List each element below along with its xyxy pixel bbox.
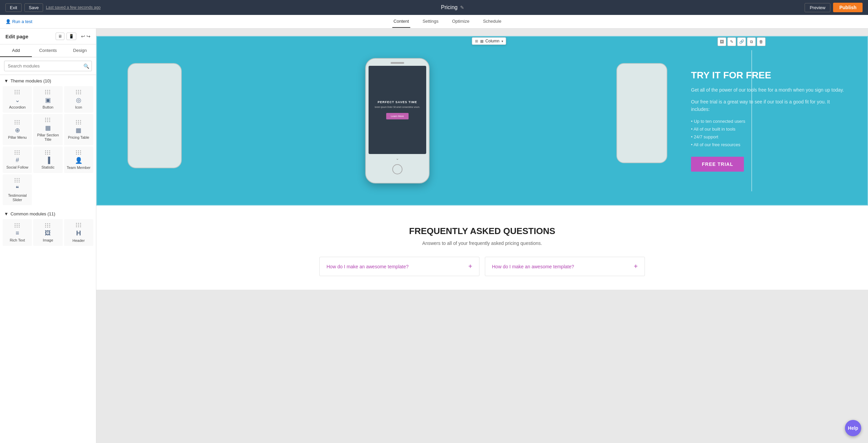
phone-screen-title: PERFECT SAVES TIME	[375, 100, 420, 104]
hero-title: TRY IT FOR FREE	[691, 70, 847, 81]
page-title: Pricing	[441, 4, 458, 11]
drag-handle	[45, 90, 51, 94]
saved-status: Last saved a few seconds ago	[46, 5, 100, 10]
phone-screen-button[interactable]: Learn More	[386, 113, 409, 119]
run-test-label: Run a test	[12, 19, 32, 24]
header-label: Header	[73, 238, 85, 243]
pillar-menu-label: Pillar Menu	[8, 135, 27, 140]
hero-feature-item: 24/7 support	[691, 133, 847, 141]
hero-desc2: Our free trial is a great way to see if …	[691, 98, 847, 113]
subnav-tabs: Content Settings Optimize Schedule	[32, 15, 863, 28]
module-accordion[interactable]: ⌄ Accordion	[3, 86, 32, 113]
button-icon: ▣	[45, 96, 51, 104]
faq-subtitle: Answers to all of your frequently asked …	[110, 240, 854, 246]
social-follow-icon: #	[16, 157, 19, 164]
person-icon: 👤	[5, 19, 11, 24]
mobile-view-button[interactable]: 📱	[66, 33, 76, 40]
subnav-left: 👤 Run a test	[5, 19, 32, 24]
accordion-label: Accordion	[9, 105, 26, 110]
drag-handle	[45, 223, 51, 228]
drag-handle	[76, 90, 81, 94]
drag-handle	[76, 223, 81, 227]
tab-settings[interactable]: Settings	[421, 15, 440, 28]
drag-handle	[15, 223, 20, 228]
tab-schedule[interactable]: Schedule	[481, 15, 502, 28]
tab-optimize[interactable]: Optimize	[451, 15, 471, 28]
element-toolbar: 🖼 ✎ 🔗 ⧉ 🗑	[717, 37, 766, 46]
module-icon[interactable]: ◎ Icon	[64, 86, 93, 113]
undo-button[interactable]: ↩	[81, 34, 85, 39]
module-pillar-section-title[interactable]: ▦ Pillar Section Title	[33, 114, 62, 145]
edit-page-title: Edit page	[5, 34, 28, 39]
rich-text-label: Rich Text	[10, 238, 25, 243]
theme-modules-header[interactable]: ▼ Theme modules (10)	[0, 75, 96, 86]
faq-item-1[interactable]: How do I make an awesome template? +	[319, 257, 479, 276]
common-modules-header[interactable]: ▼ Common modules (11)	[0, 208, 96, 219]
team-member-icon: 👤	[75, 157, 82, 164]
desktop-view-button[interactable]: 🖥	[56, 33, 64, 40]
drag-handle	[76, 120, 81, 124]
column-icon-small: ▦	[480, 39, 484, 43]
redo-button[interactable]: ↪	[86, 34, 91, 39]
drag-handle	[76, 150, 81, 155]
tab-content[interactable]: Content	[392, 15, 411, 28]
module-statistic[interactable]: ▐ Statistic	[33, 147, 62, 173]
statistic-icon: ▐	[46, 157, 50, 164]
icon-icon: ◎	[76, 96, 81, 104]
help-button[interactable]: Help	[845, 420, 861, 436]
theme-modules-label: Theme modules (10)	[11, 78, 51, 83]
phone-speaker	[391, 62, 404, 64]
element-delete-button[interactable]: 🗑	[757, 37, 766, 46]
topbar-left: Exit Save Last saved a few seconds ago	[5, 3, 101, 12]
team-member-label: Team Member	[67, 166, 91, 170]
element-image-button[interactable]: 🖼	[717, 37, 726, 46]
publish-button[interactable]: Publish	[833, 3, 863, 12]
edit-title-icon[interactable]: ✎	[460, 5, 464, 10]
exit-button[interactable]: Exit	[5, 3, 22, 12]
canvas-area[interactable]: ⊞ ▦ Column ▾ 🖼 ✎ 🔗 ⧉ 🗑	[96, 28, 868, 443]
faq-item-2[interactable]: How do I make an awesome template? +	[485, 257, 645, 276]
pricing-table-icon: ▦	[76, 127, 81, 134]
run-test-link[interactable]: 👤 Run a test	[5, 19, 32, 24]
module-social-follow[interactable]: # Social Follow	[3, 147, 32, 173]
free-trial-button[interactable]: FREE TRIAL	[691, 157, 744, 172]
save-button[interactable]: Save	[24, 3, 43, 12]
section-divider	[751, 50, 752, 191]
module-testimonial-slider[interactable]: ❝ Testimonial Slider	[3, 174, 32, 205]
sidebar-tabs: Add Contents Design	[0, 44, 96, 57]
element-link-button[interactable]: 🔗	[737, 37, 746, 46]
search-container: 🔍	[0, 57, 96, 75]
faq-expand-2[interactable]: +	[634, 263, 638, 270]
sidebar: Edit page 🖥 📱 ↩ ↪ Add Contents Design 🔍	[0, 28, 96, 443]
module-button[interactable]: ▣ Button	[33, 86, 62, 113]
module-header[interactable]: H Header	[64, 219, 93, 246]
module-team-member[interactable]: 👤 Team Member	[64, 147, 93, 173]
image-icon: 🖼	[45, 230, 51, 237]
drag-handle	[15, 178, 20, 182]
faq-grid: How do I make an awesome template? + How…	[319, 257, 645, 276]
common-modules-grid: ≡ Rich Text 🖼 Image H Header	[0, 219, 96, 249]
theme-modules-grid: ⌄ Accordion ▣ Button ◎ Icon	[0, 86, 96, 208]
element-copy-button[interactable]: ⧉	[747, 37, 756, 46]
sidebar-tab-add[interactable]: Add	[0, 44, 32, 57]
faq-expand-1[interactable]: +	[468, 263, 472, 270]
button-label: Button	[43, 105, 54, 110]
sidebar-tab-design[interactable]: Design	[64, 44, 96, 57]
search-input[interactable]	[4, 61, 92, 71]
phone-back-right	[616, 63, 667, 163]
topbar-center: Pricing ✎	[101, 4, 805, 11]
search-button[interactable]: 🔍	[83, 63, 89, 69]
preview-button[interactable]: Preview	[805, 3, 830, 12]
module-pillar-menu[interactable]: ⊕ Pillar Menu	[3, 114, 32, 145]
module-pricing-table[interactable]: ▦ Pricing Table	[64, 114, 93, 145]
sidebar-tab-contents[interactable]: Contents	[32, 44, 64, 57]
hero-feature-list: Up to ten connected users All of our bui…	[691, 117, 847, 149]
sidebar-header: Edit page 🖥 📱 ↩ ↪	[0, 28, 96, 44]
common-chevron-icon: ▼	[4, 211, 8, 216]
column-toolbar-label: Column	[486, 39, 499, 43]
topbar: Exit Save Last saved a few seconds ago P…	[0, 0, 868, 15]
theme-chevron-icon: ▼	[4, 78, 8, 83]
module-rich-text[interactable]: ≡ Rich Text	[3, 219, 32, 246]
element-edit-button[interactable]: ✎	[727, 37, 736, 46]
module-image[interactable]: 🖼 Image	[33, 219, 62, 246]
